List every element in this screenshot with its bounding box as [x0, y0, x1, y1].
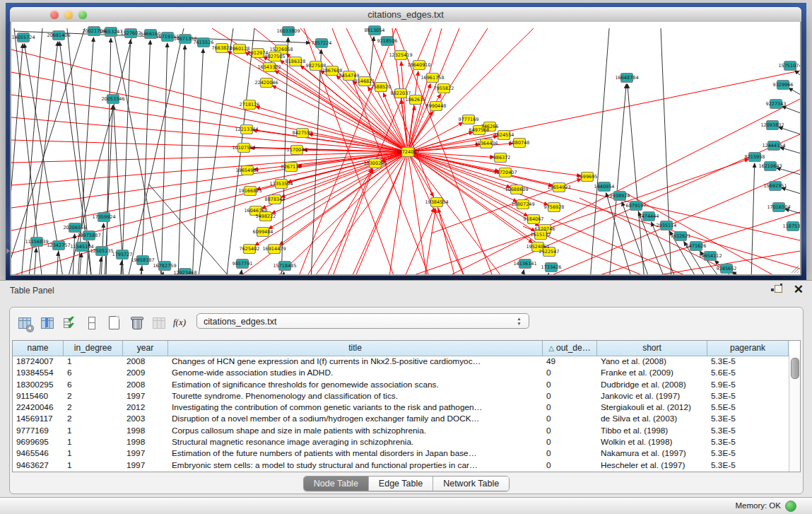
cell-short[interactable]: Dudbridge et al. (2008): [597, 379, 707, 390]
network-canvas-svg[interactable]: 1872400718300295193845547663822896012889…: [11, 22, 800, 274]
table-row[interactable]: 1830029562008Estimation of significance …: [13, 379, 789, 390]
cell-pagerank[interactable]: 5.3E-5: [707, 413, 789, 424]
cell-pagerank[interactable]: 5.9E-5: [707, 379, 789, 390]
tab-edge-table[interactable]: Edge Table: [369, 477, 433, 491]
table-mode-button[interactable]: [17, 315, 34, 333]
function-builder-button[interactable]: f(x): [171, 315, 188, 333]
cell-in_degree[interactable]: 2: [64, 390, 123, 402]
cell-in_degree[interactable]: 1: [64, 356, 123, 367]
cell-pagerank[interactable]: 5.3E-5: [707, 390, 789, 402]
cell-short[interactable]: Nakamura et al. (1997): [597, 448, 707, 459]
cell-name[interactable]: 14569117: [13, 413, 64, 424]
cell-short[interactable]: Stergiakouli et al. (2012): [597, 402, 707, 413]
float-panel-icon[interactable]: [771, 285, 782, 296]
cell-name[interactable]: 9777169: [13, 425, 64, 436]
table-row[interactable]: 946554611997Estimation of the future num…: [13, 448, 789, 459]
column-header-title[interactable]: title: [168, 341, 543, 356]
cell-title[interactable]: Structural magnetic resonance image aver…: [168, 436, 543, 448]
cell-in_degree[interactable]: 1: [64, 448, 123, 459]
delete-button[interactable]: [129, 315, 146, 333]
cell-short[interactable]: Hescheler et al. (1997): [597, 460, 707, 471]
column-header-out_de[interactable]: △out_de…: [543, 341, 597, 356]
table-row[interactable]: 946362711997Embryonic stem cells: a mode…: [13, 460, 789, 471]
cell-name[interactable]: 18300295: [13, 379, 64, 390]
canvas-resize-grip[interactable]: [790, 264, 799, 274]
west-panel-collapse-handle[interactable]: [6, 248, 10, 254]
cell-year[interactable]: 1997: [123, 448, 168, 459]
network-view-window[interactable]: citations_edges.txt 18724007183002951938…: [10, 7, 801, 276]
table-row[interactable]: 969969511998Structural magnetic resonanc…: [13, 436, 789, 448]
show-column-button[interactable]: [40, 315, 57, 333]
cell-out_de[interactable]: 0: [543, 460, 597, 471]
cell-year[interactable]: 1998: [123, 436, 168, 448]
cell-pagerank[interactable]: 5.3E-5: [707, 436, 789, 448]
table-row[interactable]: 1938455462009Genome-wide association stu…: [13, 367, 789, 378]
table-row[interactable]: 977716911998Corpus callosum shape and si…: [13, 425, 789, 436]
cell-pagerank[interactable]: 5.3E-5: [707, 425, 789, 436]
cell-title[interactable]: Estimation of the future numbers of pati…: [168, 448, 543, 459]
cell-title[interactable]: Embryonic stem cells: a model to study s…: [168, 460, 543, 471]
cell-out_de[interactable]: 0: [543, 402, 597, 413]
table-vertical-scrollbar[interactable]: [789, 356, 800, 472]
cell-name[interactable]: 18724007: [13, 356, 64, 367]
create-column-button[interactable]: [83, 315, 100, 333]
cell-year[interactable]: 2008: [123, 379, 168, 390]
network-window-titlebar[interactable]: citations_edges.txt: [10, 7, 801, 23]
cell-year[interactable]: 2012: [123, 402, 168, 413]
table-row[interactable]: 911546021997Tourette syndrome. Phenomeno…: [13, 390, 789, 402]
tab-network-table[interactable]: Network Table: [433, 477, 509, 491]
cell-title[interactable]: Corpus callosum shape and size in male p…: [168, 425, 543, 436]
cell-name[interactable]: 19384554: [13, 367, 64, 378]
cell-title[interactable]: Tourette syndrome. Phenomenology and cla…: [168, 390, 543, 402]
cell-title[interactable]: Disruption of a novel member of a sodium…: [168, 413, 543, 424]
cell-short[interactable]: Tibbo et al. (1998): [597, 425, 707, 436]
cell-in_degree[interactable]: 1: [64, 425, 123, 436]
cell-title[interactable]: Estimation of significance thresholds fo…: [168, 379, 543, 390]
select-all-button[interactable]: ✔✔: [62, 315, 79, 333]
import-table-button[interactable]: [151, 315, 168, 333]
cell-name[interactable]: 9463627: [13, 460, 64, 471]
cell-in_degree[interactable]: 2: [64, 413, 123, 424]
cell-title[interactable]: Changes of HCN gene expression and I(f) …: [168, 356, 543, 367]
tab-node-table[interactable]: Node Table: [304, 477, 369, 491]
cell-year[interactable]: 2009: [123, 367, 168, 378]
cell-out_de[interactable]: 0: [543, 367, 597, 378]
cell-in_degree[interactable]: 1: [64, 436, 123, 448]
cell-out_de[interactable]: 0: [543, 425, 597, 436]
cell-short[interactable]: Franke et al. (2009): [597, 367, 707, 378]
cell-name[interactable]: 22420046: [13, 402, 64, 413]
cell-name[interactable]: 9115460: [13, 390, 64, 402]
cell-year[interactable]: 2008: [123, 356, 168, 367]
cell-year[interactable]: 1997: [123, 460, 168, 471]
cell-short[interactable]: Yano et al. (2008): [597, 356, 707, 367]
cell-in_degree[interactable]: 6: [64, 367, 123, 378]
cell-year[interactable]: 2003: [123, 413, 168, 424]
cell-short[interactable]: Wolkin et al. (1998): [597, 436, 707, 448]
cell-out_de[interactable]: 0: [543, 390, 597, 402]
network-canvas[interactable]: 1872400718300295193845547663822896012889…: [11, 22, 800, 274]
cell-name[interactable]: 9699695: [13, 436, 64, 448]
cell-in_degree[interactable]: 6: [64, 379, 123, 390]
cell-pagerank[interactable]: 5.3E-5: [707, 356, 789, 367]
cell-pagerank[interactable]: 5.3E-5: [707, 448, 789, 459]
column-header-in_degree[interactable]: in_degree: [64, 341, 123, 356]
cell-name[interactable]: 9465546: [13, 448, 64, 459]
cell-out_de[interactable]: 0: [543, 448, 597, 459]
cell-short[interactable]: Jankovic et al. (1997): [597, 390, 707, 402]
cell-out_de[interactable]: 0: [543, 413, 597, 424]
cell-out_de[interactable]: 0: [543, 379, 597, 390]
cell-out_de[interactable]: 0: [543, 436, 597, 448]
table-row[interactable]: 1456911722003Disruption of a novel membe…: [13, 413, 789, 424]
cell-title[interactable]: Investigating the contribution of common…: [168, 402, 543, 413]
cell-pagerank[interactable]: 5.5E-5: [707, 402, 789, 413]
new-table-button[interactable]: [106, 315, 123, 333]
column-header-year[interactable]: year: [123, 341, 168, 356]
table-selector-dropdown[interactable]: citations_edges.txt ▲▼: [196, 313, 529, 329]
cell-short[interactable]: de Silva et al. (2003): [597, 413, 707, 424]
table-row[interactable]: 2242004622012Investigating the contribut…: [13, 402, 789, 413]
cell-pagerank[interactable]: 5.6E-5: [707, 367, 789, 378]
cell-year[interactable]: 1997: [123, 390, 168, 402]
column-header-short[interactable]: short: [597, 341, 707, 356]
column-header-name[interactable]: name: [13, 341, 64, 356]
cell-year[interactable]: 1998: [123, 425, 168, 436]
